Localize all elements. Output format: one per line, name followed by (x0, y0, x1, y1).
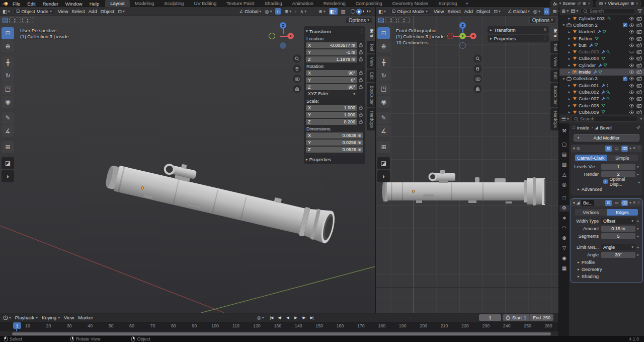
lock-icon[interactable] (358, 78, 363, 82)
section-geometry[interactable]: ▸Geometry (571, 266, 642, 273)
overlays-toggle-button[interactable]: ◧▾ (329, 8, 338, 15)
viewport-left-canvas[interactable]: Options▾ ⊡⊕╋↻◳◉✎∡⊞◪◗ User Perspective (1… (0, 16, 375, 313)
snap-settings-dropdown[interactable]: ⊞▾ (553, 9, 558, 14)
properties-panel-title[interactable]: Properties (309, 157, 331, 162)
lock-icon[interactable] (358, 85, 363, 89)
menu-window[interactable]: Window (62, 1, 86, 7)
hide-eye-icon[interactable] (628, 23, 635, 27)
expand-icon[interactable]: ▸ (567, 30, 572, 34)
properties-tab-material[interactable]: ◉ (559, 255, 569, 262)
header-options-dropdown[interactable]: ▾ (640, 117, 642, 121)
disable-render-icon[interactable] (636, 30, 642, 34)
tool-select-box-button[interactable]: ⊡ (377, 27, 390, 39)
lock-icon[interactable] (358, 71, 363, 75)
workspace-tab-shading[interactable]: Shading (260, 0, 287, 7)
outliner-row-cube-001[interactable]: ▸Cube.001 (559, 82, 644, 89)
menu-render[interactable]: Render (40, 1, 61, 7)
subdivision-type-option-catmull-clark[interactable]: Catmull-Clark (575, 155, 607, 161)
sidebar-tab-view[interactable]: View (367, 54, 375, 69)
select-intersect-icon[interactable] (29, 18, 34, 23)
properties-tab-world[interactable]: ◎ (559, 181, 569, 188)
lock-icon[interactable] (358, 50, 363, 54)
transform-field-rotation-x[interactable]: X90° (306, 70, 357, 76)
properties-tab-physics[interactable]: ◠ (559, 225, 569, 232)
editor-type-button[interactable]: ◧▾ (378, 9, 386, 14)
sidebar-tab-boxcutter[interactable]: BoxCutter (367, 83, 375, 107)
transform-field-location-y[interactable]: Y-1 m (306, 49, 357, 55)
workspace-tab-sculpting[interactable]: Sculpting (159, 0, 189, 7)
animate-dot-icon[interactable]: ● (635, 245, 640, 249)
workspace-tab-rendering[interactable]: Rendering (318, 0, 351, 7)
properties-tab-scene[interactable]: △ (559, 171, 569, 178)
add-workspace-button[interactable]: + (462, 1, 472, 7)
properties-tab-object[interactable]: □ (559, 195, 569, 201)
transform-field-rotation-z[interactable]: Z90° (306, 84, 357, 90)
select-subtract-icon[interactable] (16, 18, 21, 23)
sidebar-tab-item[interactable]: Item (367, 26, 375, 40)
playhead[interactable]: 1 (13, 322, 21, 329)
menu-file[interactable]: File (10, 1, 23, 7)
realtime-display-toggle[interactable]: ▭ (613, 200, 620, 206)
expand-icon[interactable]: ▸ (567, 70, 572, 75)
bevel-affect-option-vertices[interactable]: Vertices (575, 209, 607, 216)
gizmo-z-axis[interactable]: Z (459, 22, 466, 29)
outliner-row-cylinder[interactable]: ▸Cylinder (559, 62, 644, 69)
hide-eye-icon[interactable] (628, 97, 635, 101)
timeline-scrollbar[interactable] (12, 332, 551, 335)
editor-type-button[interactable]: ▾ (3, 315, 11, 320)
disable-render-icon[interactable] (636, 17, 642, 21)
workspace-tab-layout[interactable]: Layout (105, 0, 130, 7)
outliner-row-cube-008[interactable]: ▸Cube.008 (559, 102, 644, 109)
timeline-menu-keying[interactable]: Keying▾ (42, 315, 60, 320)
outliner-row-collection 3[interactable]: ▾Collection 3✓ (559, 76, 644, 82)
tool-boxcutter-button[interactable]: ◪ (2, 157, 14, 169)
expand-icon[interactable]: ▸ (567, 16, 572, 21)
disable-render-icon[interactable] (636, 23, 642, 27)
properties-tab-tool[interactable]: ⚒ (559, 128, 569, 134)
lock-icon[interactable] (358, 119, 363, 124)
properties-tab-render[interactable]: ▢ (559, 141, 569, 148)
tool-measure-button[interactable]: ∡ (2, 125, 14, 137)
snap-toggle-button[interactable]: ∩ (544, 8, 549, 15)
disable-render-icon[interactable] (636, 110, 642, 114)
render-display-toggle[interactable] (621, 146, 628, 152)
expand-icon[interactable]: ▸ (567, 103, 572, 108)
outliner-row-butt[interactable]: ▸butt (559, 42, 644, 48)
gizmo-minus-x-axis[interactable] (447, 33, 454, 39)
outliner-row-button[interactable]: ▸Button (559, 35, 644, 42)
disable-render-icon[interactable] (636, 90, 642, 94)
workspace-tab-scripting[interactable]: Scripting (433, 0, 462, 7)
outliner-row-cube-004[interactable]: ▸Cube.004 (559, 55, 644, 62)
workspace-tab-geometry-nodes[interactable]: Geometry Nodes (387, 0, 434, 7)
sidebar-tab-edit[interactable]: Edit (550, 70, 558, 82)
tool-annotate-button[interactable]: ✎ (2, 112, 14, 124)
auto-keying-button[interactable]: ◎▾ (257, 315, 264, 320)
menu-edit[interactable]: Edit (24, 1, 38, 7)
select-invert-icon[interactable] (398, 18, 404, 23)
hide-eye-icon[interactable] (628, 63, 635, 67)
zoom-button[interactable] (473, 54, 482, 63)
breadcrumb-object[interactable]: inside (577, 125, 589, 130)
jump-to-start-button[interactable]: |◀ (268, 314, 275, 321)
pan-hand-button[interactable] (473, 64, 482, 73)
outliner-row-cube-007[interactable]: ▸Cube.007 (559, 96, 644, 102)
pivot-point-dropdown[interactable]: ◎▾ (533, 9, 540, 14)
collapsed-panel-properties[interactable]: ▸Properties⠿ (488, 35, 549, 42)
disable-render-icon[interactable] (636, 97, 642, 101)
tool-rotate-button[interactable]: ↻ (377, 70, 390, 82)
sidebar-tab-tool[interactable]: Tool (367, 41, 375, 54)
properties-tab-particles[interactable]: ∗ (559, 215, 569, 222)
pan-hand-button[interactable] (293, 64, 301, 73)
outliner-row-blacked[interactable]: ▸blacked (559, 29, 644, 35)
sidebar-tab-hardops[interactable]: HardOps (550, 108, 558, 130)
proportional-falloff-dropdown[interactable]: ∧▾ (300, 9, 306, 14)
transform-field-scale-z[interactable]: Z0.200 (306, 119, 357, 125)
toggle-ortho-button[interactable] (473, 85, 482, 93)
outliner-search-input[interactable]: Search (580, 8, 635, 14)
properties-tab-object-data[interactable]: ▽ (559, 245, 569, 252)
tool-move-button[interactable]: ╋ (2, 56, 14, 69)
tool-transform-button[interactable]: ◉ (2, 96, 14, 108)
animate-dot-icon[interactable]: ● (635, 219, 640, 223)
animate-dot-icon[interactable]: ● (635, 234, 640, 238)
hide-eye-icon[interactable] (628, 56, 635, 60)
